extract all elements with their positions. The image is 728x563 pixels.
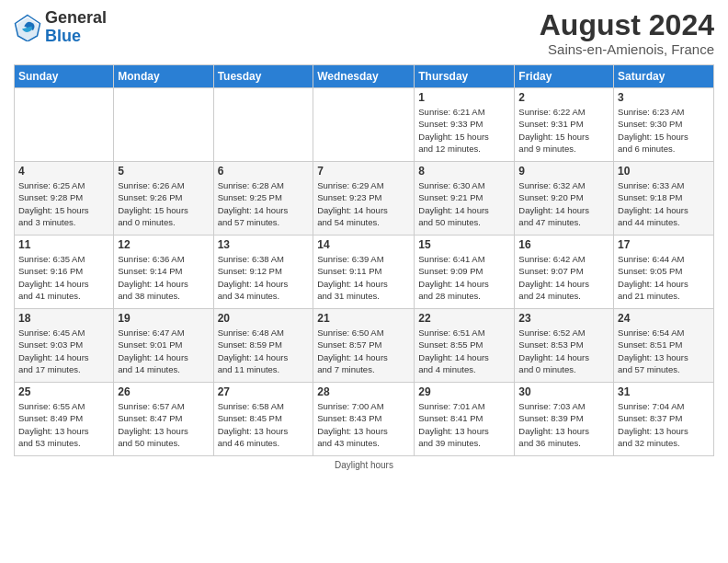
calendar-cell: 5Sunrise: 6:26 AM Sunset: 9:26 PM Daylig… — [114, 162, 213, 236]
calendar-week-1: 1Sunrise: 6:21 AM Sunset: 9:33 PM Daylig… — [15, 88, 714, 162]
day-info: Sunrise: 6:48 AM Sunset: 8:59 PM Dayligh… — [218, 327, 310, 375]
logo-blue-text: Blue — [45, 27, 81, 45]
calendar-cell: 19Sunrise: 6:47 AM Sunset: 9:01 PM Dayli… — [114, 309, 213, 383]
day-info: Sunrise: 6:45 AM Sunset: 9:03 PM Dayligh… — [18, 327, 109, 375]
day-info: Sunrise: 6:25 AM Sunset: 9:28 PM Dayligh… — [18, 179, 109, 228]
day-info: Sunrise: 6:32 AM Sunset: 9:20 PM Dayligh… — [518, 179, 609, 228]
day-info: Sunrise: 6:41 AM Sunset: 9:09 PM Dayligh… — [418, 253, 510, 302]
day-number: 21 — [317, 312, 410, 325]
day-info: Sunrise: 6:50 AM Sunset: 8:57 PM Dayligh… — [317, 327, 410, 375]
calendar-cell: 21Sunrise: 6:50 AM Sunset: 8:57 PM Dayli… — [313, 309, 415, 383]
day-info: Sunrise: 6:47 AM Sunset: 9:01 PM Dayligh… — [118, 327, 209, 375]
calendar-cell: 12Sunrise: 6:36 AM Sunset: 9:14 PM Dayli… — [114, 236, 213, 309]
calendar-cell: 17Sunrise: 6:44 AM Sunset: 9:05 PM Dayli… — [614, 236, 714, 309]
day-info: Sunrise: 6:35 AM Sunset: 9:16 PM Dayligh… — [18, 253, 109, 302]
day-number: 28 — [317, 385, 410, 398]
location: Sains-en-Amienois, France — [540, 41, 714, 57]
day-number: 12 — [118, 238, 209, 251]
day-number: 8 — [418, 165, 510, 178]
day-number: 11 — [18, 238, 109, 251]
day-info: Sunrise: 6:26 AM Sunset: 9:26 PM Dayligh… — [118, 179, 209, 228]
calendar-cell — [313, 88, 415, 162]
day-info: Sunrise: 6:29 AM Sunset: 9:23 PM Dayligh… — [317, 179, 410, 228]
column-header-friday: Friday — [515, 65, 614, 88]
day-info: Sunrise: 6:52 AM Sunset: 8:53 PM Dayligh… — [518, 327, 609, 375]
calendar-cell: 30Sunrise: 7:03 AM Sunset: 8:39 PM Dayli… — [515, 383, 614, 456]
day-info: Sunrise: 7:00 AM Sunset: 8:43 PM Dayligh… — [317, 400, 410, 449]
calendar-cell: 24Sunrise: 6:54 AM Sunset: 8:51 PM Dayli… — [614, 309, 714, 383]
day-info: Sunrise: 6:28 AM Sunset: 9:25 PM Dayligh… — [218, 179, 310, 228]
calendar-cell: 23Sunrise: 6:52 AM Sunset: 8:53 PM Dayli… — [515, 309, 614, 383]
day-info: Sunrise: 6:51 AM Sunset: 8:55 PM Dayligh… — [418, 327, 510, 375]
day-number: 26 — [118, 385, 209, 398]
day-number: 14 — [317, 238, 410, 251]
day-info: Sunrise: 6:57 AM Sunset: 8:47 PM Dayligh… — [118, 400, 209, 449]
calendar-week-4: 18Sunrise: 6:45 AM Sunset: 9:03 PM Dayli… — [15, 309, 714, 383]
calendar-cell — [15, 88, 114, 162]
calendar-cell: 4Sunrise: 6:25 AM Sunset: 9:28 PM Daylig… — [15, 162, 114, 236]
calendar-cell: 29Sunrise: 7:01 AM Sunset: 8:41 PM Dayli… — [415, 383, 515, 456]
day-number: 23 — [518, 312, 609, 325]
day-number: 4 — [18, 165, 109, 178]
day-info: Sunrise: 6:42 AM Sunset: 9:07 PM Dayligh… — [518, 253, 609, 302]
calendar-week-2: 4Sunrise: 6:25 AM Sunset: 9:28 PM Daylig… — [15, 162, 714, 236]
calendar-cell: 27Sunrise: 6:58 AM Sunset: 8:45 PM Dayli… — [213, 383, 313, 456]
day-info: Sunrise: 7:01 AM Sunset: 8:41 PM Dayligh… — [418, 400, 510, 449]
month-title: August 2024 — [540, 9, 714, 41]
calendar-cell: 8Sunrise: 6:30 AM Sunset: 9:21 PM Daylig… — [415, 162, 515, 236]
day-number: 30 — [518, 385, 609, 398]
logo-icon — [14, 14, 41, 41]
day-number: 7 — [317, 165, 410, 178]
day-number: 3 — [618, 91, 710, 104]
day-number: 6 — [218, 165, 310, 178]
column-header-wednesday: Wednesday — [313, 65, 415, 88]
day-info: Sunrise: 6:21 AM Sunset: 9:33 PM Dayligh… — [418, 106, 510, 155]
day-number: 22 — [418, 312, 510, 325]
day-number: 27 — [218, 385, 310, 398]
calendar-cell: 2Sunrise: 6:22 AM Sunset: 9:31 PM Daylig… — [515, 88, 614, 162]
column-header-saturday: Saturday — [614, 65, 714, 88]
day-info: Sunrise: 6:30 AM Sunset: 9:21 PM Dayligh… — [418, 179, 510, 228]
daylight-label: Daylight hours — [335, 460, 393, 470]
day-number: 19 — [118, 312, 209, 325]
footer: Daylight hours — [14, 460, 714, 470]
logo: General Blue — [14, 9, 107, 46]
day-number: 17 — [618, 238, 710, 251]
column-header-thursday: Thursday — [415, 65, 515, 88]
calendar-week-5: 25Sunrise: 6:55 AM Sunset: 8:49 PM Dayli… — [15, 383, 714, 456]
logo-general-text: General — [45, 8, 107, 27]
calendar-week-3: 11Sunrise: 6:35 AM Sunset: 9:16 PM Dayli… — [15, 236, 714, 309]
calendar-cell: 16Sunrise: 6:42 AM Sunset: 9:07 PM Dayli… — [515, 236, 614, 309]
day-info: Sunrise: 6:54 AM Sunset: 8:51 PM Dayligh… — [618, 327, 710, 375]
day-number: 2 — [518, 91, 609, 104]
day-number: 25 — [18, 385, 109, 398]
day-info: Sunrise: 6:55 AM Sunset: 8:49 PM Dayligh… — [18, 400, 109, 449]
day-info: Sunrise: 6:58 AM Sunset: 8:45 PM Dayligh… — [218, 400, 310, 449]
calendar-cell: 22Sunrise: 6:51 AM Sunset: 8:55 PM Dayli… — [415, 309, 515, 383]
day-info: Sunrise: 6:38 AM Sunset: 9:12 PM Dayligh… — [218, 253, 310, 302]
calendar-table: SundayMondayTuesdayWednesdayThursdayFrid… — [14, 64, 714, 456]
calendar-cell: 3Sunrise: 6:23 AM Sunset: 9:30 PM Daylig… — [614, 88, 714, 162]
calendar-cell: 26Sunrise: 6:57 AM Sunset: 8:47 PM Dayli… — [114, 383, 213, 456]
day-number: 15 — [418, 238, 510, 251]
calendar-cell: 15Sunrise: 6:41 AM Sunset: 9:09 PM Dayli… — [415, 236, 515, 309]
day-number: 18 — [18, 312, 109, 325]
calendar-cell: 1Sunrise: 6:21 AM Sunset: 9:33 PM Daylig… — [415, 88, 515, 162]
day-info: Sunrise: 7:03 AM Sunset: 8:39 PM Dayligh… — [518, 400, 609, 449]
day-number: 24 — [618, 312, 710, 325]
day-info: Sunrise: 6:44 AM Sunset: 9:05 PM Dayligh… — [618, 253, 710, 302]
day-number: 29 — [418, 385, 510, 398]
day-number: 31 — [618, 385, 710, 398]
calendar-cell — [213, 88, 313, 162]
calendar-cell: 20Sunrise: 6:48 AM Sunset: 8:59 PM Dayli… — [213, 309, 313, 383]
calendar-cell: 6Sunrise: 6:28 AM Sunset: 9:25 PM Daylig… — [213, 162, 313, 236]
day-info: Sunrise: 6:39 AM Sunset: 9:11 PM Dayligh… — [317, 253, 410, 302]
column-header-monday: Monday — [114, 65, 213, 88]
day-number: 1 — [418, 91, 510, 104]
calendar-cell: 14Sunrise: 6:39 AM Sunset: 9:11 PM Dayli… — [313, 236, 415, 309]
day-number: 20 — [218, 312, 310, 325]
calendar-cell — [114, 88, 213, 162]
day-info: Sunrise: 6:33 AM Sunset: 9:18 PM Dayligh… — [618, 179, 710, 228]
day-number: 16 — [518, 238, 609, 251]
calendar-cell: 18Sunrise: 6:45 AM Sunset: 9:03 PM Dayli… — [15, 309, 114, 383]
